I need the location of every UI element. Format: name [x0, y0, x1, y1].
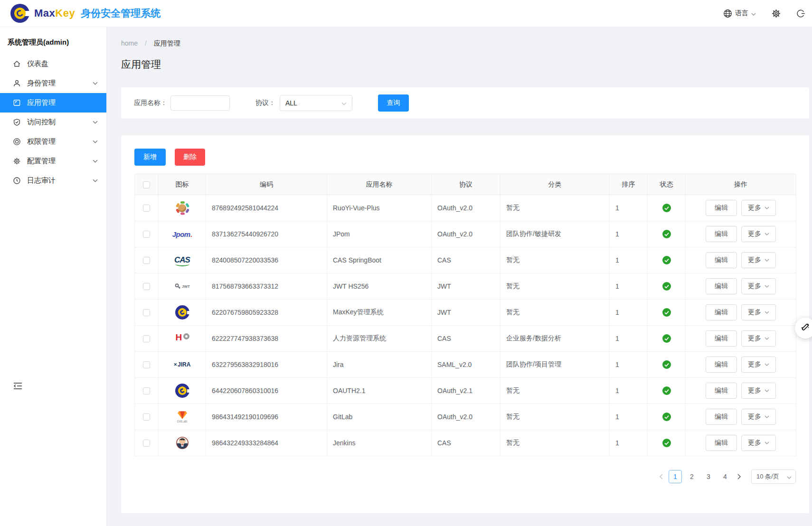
table-row: H622227747938373638人力资源管理系统CAS企业服务/数据分析1…	[135, 326, 796, 352]
page-number-button[interactable]: 2	[685, 470, 699, 483]
sidebar-item-label: 身份管理	[27, 79, 93, 88]
page-number-button[interactable]: 3	[702, 470, 715, 483]
add-button[interactable]: 新增	[134, 149, 166, 166]
more-button[interactable]: 更多	[741, 383, 776, 399]
apps-table: 图标编码应用名称协议分类排序状态操作 876892492581044224Ruo…	[134, 174, 796, 456]
table-row: 986432249333284864JenkinsCAS暂无1编辑更多	[135, 430, 796, 456]
more-button[interactable]: 更多	[741, 357, 776, 373]
app-name-input[interactable]	[170, 95, 230, 111]
more-button[interactable]: 更多	[741, 226, 776, 242]
more-button[interactable]: 更多	[741, 252, 776, 268]
select-all-checkbox[interactable]	[143, 181, 150, 188]
edit-button[interactable]: 编辑	[706, 304, 737, 320]
sidebar-item-label: 日志审计	[27, 176, 93, 185]
shield-check-icon	[13, 118, 21, 126]
sidebar-item-identity[interactable]: 身份管理	[0, 74, 106, 93]
delete-button[interactable]: 删除	[175, 149, 205, 166]
edit-button[interactable]: 编辑	[706, 409, 737, 425]
prev-page-button[interactable]	[657, 474, 665, 479]
app-name: JPom	[333, 230, 350, 238]
row-checkbox[interactable]	[143, 283, 150, 290]
edit-button[interactable]: 编辑	[706, 278, 737, 294]
column-header: 协议	[432, 174, 500, 195]
edit-button[interactable]: 编辑	[706, 435, 737, 451]
page-number-button[interactable]: 4	[718, 470, 732, 483]
maxkey-app-icon	[174, 382, 191, 399]
app-protocol: JWT	[437, 282, 451, 290]
settings-gear-icon[interactable]	[771, 9, 781, 19]
jira-app-icon: ✕JIRA	[174, 356, 191, 373]
page-number-button[interactable]: 1	[669, 470, 682, 483]
app-sort: 1	[615, 361, 619, 368]
table-row: 644220607860310016OAUTH2.1OAuth_v2.1暂无1编…	[135, 378, 796, 404]
more-button[interactable]: 更多	[741, 330, 776, 347]
cas-app-icon: CAS	[174, 252, 191, 269]
column-header: 操作	[686, 174, 796, 195]
app-category: 暂无	[506, 386, 519, 394]
row-checkbox[interactable]	[143, 231, 150, 238]
edit-button[interactable]: 编辑	[706, 200, 737, 216]
edit-button[interactable]: 编辑	[706, 383, 737, 399]
search-button[interactable]: 查询	[378, 94, 409, 112]
chevron-down-icon	[751, 9, 756, 17]
topbar-actions: 语言	[723, 9, 805, 19]
sidebar-item-dashboard[interactable]: 仪表盘	[0, 54, 106, 74]
more-button[interactable]: 更多	[741, 304, 776, 320]
more-button[interactable]: 更多	[741, 278, 776, 294]
more-button[interactable]: 更多	[741, 409, 776, 425]
next-page-button[interactable]	[735, 474, 744, 479]
sidebar-item-label: 访问控制	[27, 118, 93, 127]
edit-button[interactable]: 编辑	[706, 226, 737, 242]
page-title: 应用管理	[121, 58, 809, 71]
maxkey-logo-icon	[10, 4, 29, 23]
column-header: 图标	[159, 174, 206, 195]
row-checkbox[interactable]	[143, 257, 150, 264]
row-checkbox[interactable]	[143, 387, 150, 394]
sidebar-item-audit[interactable]: 日志审计	[0, 171, 106, 190]
app-code: 622076759805923328	[212, 309, 278, 316]
magic-wand-button[interactable]	[795, 318, 812, 338]
logout-icon[interactable]	[796, 9, 805, 18]
chevron-down-icon	[93, 82, 98, 85]
more-button[interactable]: 更多	[741, 435, 776, 451]
app-name: CAS SpringBoot	[333, 256, 381, 264]
edit-button[interactable]: 编辑	[706, 357, 737, 373]
row-checkbox[interactable]	[143, 309, 150, 316]
sidebar-item-config[interactable]: 配置管理	[0, 151, 106, 171]
row-checkbox[interactable]	[143, 440, 150, 447]
page-size-select[interactable]: 10 条/页	[751, 470, 796, 484]
app-code: 824008507220033536	[212, 256, 278, 264]
app-category: 团队协作/敏捷研发	[506, 230, 561, 237]
sidebar-item-permissions[interactable]: 权限管理	[0, 132, 106, 151]
user-icon	[13, 79, 21, 87]
sidebar-user-title: 系统管理员(admin)	[0, 27, 106, 54]
more-button[interactable]: 更多	[741, 200, 776, 216]
edit-button[interactable]: 编辑	[706, 252, 737, 268]
breadcrumb-home-link[interactable]: home	[121, 39, 138, 47]
sidebar-item-access[interactable]: 访问控制	[0, 113, 106, 132]
sidebar-item-label: 配置管理	[27, 157, 93, 166]
jwt-app-icon: JWT	[174, 278, 191, 295]
sidebar-item-label: 应用管理	[27, 98, 98, 107]
language-menu[interactable]: 语言	[723, 9, 756, 18]
row-checkbox[interactable]	[143, 413, 150, 421]
hr-app-icon: H	[174, 330, 191, 347]
collapse-sidebar-button[interactable]	[13, 382, 22, 390]
row-checkbox[interactable]	[143, 361, 150, 368]
row-checkbox[interactable]	[143, 335, 150, 342]
sidebar: 系统管理员(admin) 仪表盘身份管理应用管理访问控制权限管理配置管理日志审计	[0, 27, 107, 526]
status-enabled-icon	[662, 386, 671, 395]
row-checkbox[interactable]	[143, 205, 150, 212]
app-protocol: OAuth_v2.1	[437, 387, 472, 394]
breadcrumb-separator: /	[145, 39, 147, 47]
protocol-select[interactable]: ALL	[280, 95, 352, 111]
chevron-down-icon	[341, 99, 347, 107]
jenkins-app-icon	[174, 434, 191, 451]
maxkey-app-icon	[174, 304, 191, 321]
app-protocol: OAuth_v2.0	[437, 204, 472, 212]
sidebar-item-apps[interactable]: 应用管理	[0, 93, 106, 113]
chevron-down-icon	[93, 179, 98, 182]
app-sort: 1	[615, 387, 619, 394]
app-sort: 1	[615, 309, 619, 316]
edit-button[interactable]: 编辑	[706, 330, 737, 347]
